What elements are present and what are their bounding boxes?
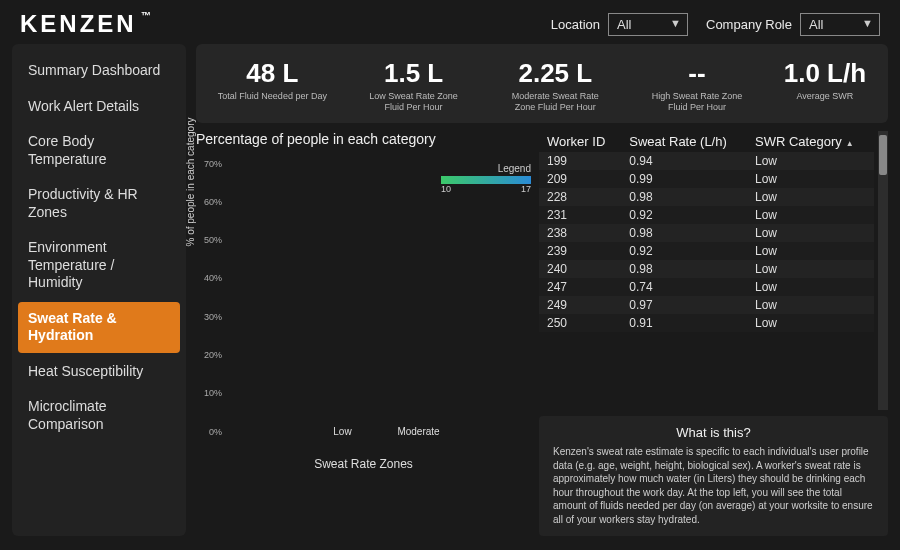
table-cell: Low xyxy=(747,242,874,260)
role-filter-label: Company Role xyxy=(706,17,792,32)
bar-xlabel: Moderate xyxy=(397,426,439,437)
metric-label: Low Sweat Rate Zone Fluid Per Hour xyxy=(359,91,469,113)
table-cell: 0.98 xyxy=(621,224,747,242)
bar-chart: 70%60%50%40%30%20%10%0% % of people in e… xyxy=(196,151,531,471)
metric-value: 48 L xyxy=(218,58,327,89)
ytick: 50% xyxy=(196,235,222,245)
info-panel: What is this? Kenzen's sweat rate estima… xyxy=(539,416,888,536)
table-header[interactable]: Worker ID xyxy=(539,131,621,152)
metric-label: Average SWR xyxy=(784,91,866,102)
sidebar-item[interactable]: Core Body Temperature xyxy=(18,125,180,176)
table-cell: 238 xyxy=(539,224,621,242)
metric-card: --High Sweat Rate Zone Fluid Per Hour xyxy=(642,58,752,113)
bar-wrap: Low xyxy=(320,422,366,437)
metric-value: 1.0 L/h xyxy=(784,58,866,89)
table-cell: 0.91 xyxy=(621,314,747,332)
ytick: 60% xyxy=(196,197,222,207)
brand-logo: KENZEN xyxy=(20,10,137,38)
metric-label: High Sweat Rate Zone Fluid Per Hour xyxy=(642,91,752,113)
ytick: 10% xyxy=(196,388,222,398)
table-cell: 0.94 xyxy=(621,152,747,170)
sidebar: Summary DashboardWork Alert DetailsCore … xyxy=(12,44,186,536)
sidebar-item[interactable]: Heat Susceptibility xyxy=(18,355,180,389)
location-select[interactable]: All ▼ xyxy=(608,13,688,36)
table-row[interactable]: 2280.98Low xyxy=(539,188,874,206)
ytick: 40% xyxy=(196,273,222,283)
table-cell: 228 xyxy=(539,188,621,206)
table-cell: 199 xyxy=(539,152,621,170)
scroll-thumb[interactable] xyxy=(879,135,887,175)
bar-wrap: Moderate xyxy=(396,422,442,437)
metric-value: 2.25 L xyxy=(500,58,610,89)
metric-card: 1.0 L/hAverage SWR xyxy=(784,58,866,113)
table-cell: Low xyxy=(747,206,874,224)
table-cell: 0.98 xyxy=(621,260,747,278)
table-cell: 239 xyxy=(539,242,621,260)
metric-value: 1.5 L xyxy=(359,58,469,89)
table-row[interactable]: 2470.74Low xyxy=(539,278,874,296)
table-cell: 0.97 xyxy=(621,296,747,314)
table-cell: 0.99 xyxy=(621,170,747,188)
worker-table: Worker IDSweat Rate (L/h)SWR Category 19… xyxy=(539,131,888,411)
table-row[interactable]: 2310.92Low xyxy=(539,206,874,224)
sidebar-item[interactable]: Sweat Rate & Hydration xyxy=(18,302,180,353)
metric-card: 1.5 LLow Sweat Rate Zone Fluid Per Hour xyxy=(359,58,469,113)
metric-card: 48 LTotal Fluid Needed per Day xyxy=(218,58,327,113)
table-row[interactable]: 2390.92Low xyxy=(539,242,874,260)
ytick: 70% xyxy=(196,159,222,169)
table-cell: 231 xyxy=(539,206,621,224)
location-filter-label: Location xyxy=(551,17,600,32)
table-row[interactable]: 1990.94Low xyxy=(539,152,874,170)
table-cell: Low xyxy=(747,170,874,188)
chevron-down-icon: ▼ xyxy=(862,17,873,29)
metric-label: Total Fluid Needed per Day xyxy=(218,91,327,102)
table-cell: Low xyxy=(747,152,874,170)
table-cell: 0.74 xyxy=(621,278,747,296)
table-cell: 209 xyxy=(539,170,621,188)
metric-card: 2.25 LModerate Sweat Rate Zone Fluid Per… xyxy=(500,58,610,113)
location-select-value: All xyxy=(617,17,631,32)
table-cell: 0.92 xyxy=(621,206,747,224)
ytick: 20% xyxy=(196,350,222,360)
table-row[interactable]: 2380.98Low xyxy=(539,224,874,242)
table-cell: 0.92 xyxy=(621,242,747,260)
info-title: What is this? xyxy=(553,424,874,442)
table-cell: 250 xyxy=(539,314,621,332)
table-cell: Low xyxy=(747,296,874,314)
table-row[interactable]: 2500.91Low xyxy=(539,314,874,332)
table-cell: 249 xyxy=(539,296,621,314)
table-scrollbar[interactable] xyxy=(878,131,888,411)
table-cell: 247 xyxy=(539,278,621,296)
sidebar-item[interactable]: Summary Dashboard xyxy=(18,54,180,88)
ytick: 30% xyxy=(196,312,222,322)
sidebar-item[interactable]: Productivity & HR Zones xyxy=(18,178,180,229)
sidebar-item[interactable]: Environment Temperature / Humidity xyxy=(18,231,180,300)
chart-ylabel: % of people in each category xyxy=(185,117,196,246)
table-row[interactable]: 2490.97Low xyxy=(539,296,874,314)
table-cell: Low xyxy=(747,224,874,242)
table-cell: Low xyxy=(747,188,874,206)
chart-title: Percentage of people in each category xyxy=(196,131,531,147)
bar-xlabel: Low xyxy=(333,426,351,437)
role-select[interactable]: All ▼ xyxy=(800,13,880,36)
sidebar-item[interactable]: Work Alert Details xyxy=(18,90,180,124)
table-cell: Low xyxy=(747,278,874,296)
sidebar-item[interactable]: Microclimate Comparison xyxy=(18,390,180,441)
metrics-row: 48 LTotal Fluid Needed per Day1.5 LLow S… xyxy=(196,44,888,123)
chart-xlabel: Sweat Rate Zones xyxy=(196,457,531,471)
ytick: 0% xyxy=(196,427,222,437)
role-select-value: All xyxy=(809,17,823,32)
table-cell: 240 xyxy=(539,260,621,278)
table-header[interactable]: SWR Category xyxy=(747,131,874,152)
table-cell: Low xyxy=(747,260,874,278)
table-header[interactable]: Sweat Rate (L/h) xyxy=(621,131,747,152)
metric-value: -- xyxy=(642,58,752,89)
info-body: Kenzen's sweat rate estimate is specific… xyxy=(553,445,874,526)
table-row[interactable]: 2400.98Low xyxy=(539,260,874,278)
chevron-down-icon: ▼ xyxy=(670,17,681,29)
table-cell: 0.98 xyxy=(621,188,747,206)
table-row[interactable]: 2090.99Low xyxy=(539,170,874,188)
table-cell: Low xyxy=(747,314,874,332)
metric-label: Moderate Sweat Rate Zone Fluid Per Hour xyxy=(500,91,610,113)
